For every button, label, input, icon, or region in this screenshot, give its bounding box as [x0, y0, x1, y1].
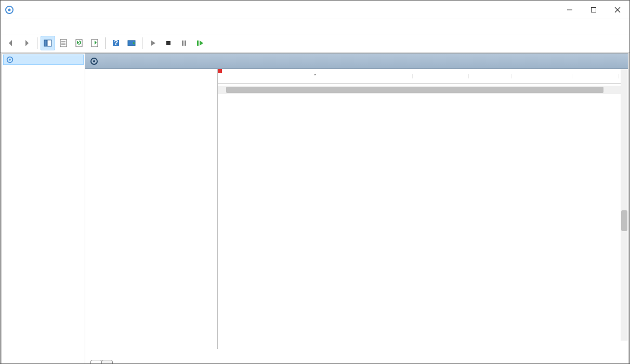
menubar: [1, 19, 629, 34]
svg-rect-24: [197, 41, 199, 46]
titlebar: [1, 1, 629, 19]
column-name[interactable]: ⌃: [218, 74, 413, 78]
column-status[interactable]: [469, 74, 511, 78]
maximize-button[interactable]: [582, 1, 606, 19]
stop-service-button[interactable]: [161, 36, 176, 50]
svg-rect-21: [166, 41, 170, 45]
svg-text:?: ?: [114, 38, 119, 47]
svg-rect-22: [182, 41, 183, 46]
column-logon-as[interactable]: [572, 74, 619, 78]
detail-pane: [85, 69, 218, 349]
menu-action[interactable]: [16, 24, 27, 29]
pane-header: [85, 53, 628, 69]
console-tree: [2, 53, 85, 363]
svg-point-1: [8, 8, 11, 11]
svg-rect-11: [47, 40, 51, 46]
start-service-button[interactable]: [146, 36, 160, 50]
tab-extended[interactable]: [90, 360, 102, 363]
close-button[interactable]: [606, 1, 629, 19]
services-icon: [6, 56, 14, 64]
toolbar-separator: [37, 37, 37, 49]
svg-rect-23: [185, 41, 186, 46]
tab-standard[interactable]: [101, 360, 113, 363]
menu-file[interactable]: [6, 24, 16, 29]
tree-node-services-local[interactable]: [3, 55, 84, 65]
show-hide-tree-button[interactable]: [41, 36, 55, 50]
main-panel: ⌃: [85, 53, 628, 363]
refresh-button[interactable]: [72, 36, 86, 50]
horizontal-scrollbar[interactable]: [218, 86, 628, 94]
svg-point-26: [9, 59, 11, 61]
minimize-button[interactable]: [558, 1, 582, 19]
view-tabs: [85, 349, 628, 363]
help-button[interactable]: ?: [109, 36, 123, 50]
vertical-scroll-thumb[interactable]: [621, 210, 627, 231]
toolbar-separator: [105, 37, 106, 49]
service-list: ⌃: [218, 69, 628, 349]
workspace: ⌃: [2, 53, 628, 364]
column-startup-type[interactable]: [511, 74, 572, 78]
column-description[interactable]: [413, 74, 469, 78]
svg-rect-10: [44, 40, 47, 46]
sort-indicator-icon: ⌃: [313, 74, 317, 78]
forward-button[interactable]: [19, 36, 34, 50]
toolbar: ?: [1, 34, 629, 52]
menu-view[interactable]: [27, 24, 37, 29]
main-body: ⌃: [85, 69, 628, 349]
svg-rect-16: [76, 39, 82, 47]
restart-service-button[interactable]: [192, 36, 207, 50]
column-headers: ⌃: [218, 69, 628, 84]
pause-service-button[interactable]: [177, 36, 191, 50]
run-dialog-button[interactable]: [124, 36, 139, 50]
svg-rect-7: [592, 7, 596, 12]
services-icon: [89, 57, 99, 66]
horizontal-scroll-thumb[interactable]: [226, 87, 603, 93]
export-list-button[interactable]: [87, 36, 102, 50]
svg-point-28: [93, 60, 95, 62]
back-button[interactable]: [4, 36, 18, 50]
properties-button[interactable]: [56, 36, 71, 50]
vertical-scrollbar[interactable]: [621, 69, 628, 341]
toolbar-separator: [142, 37, 142, 49]
menu-help[interactable]: [37, 24, 47, 29]
services-icon: [5, 5, 14, 15]
